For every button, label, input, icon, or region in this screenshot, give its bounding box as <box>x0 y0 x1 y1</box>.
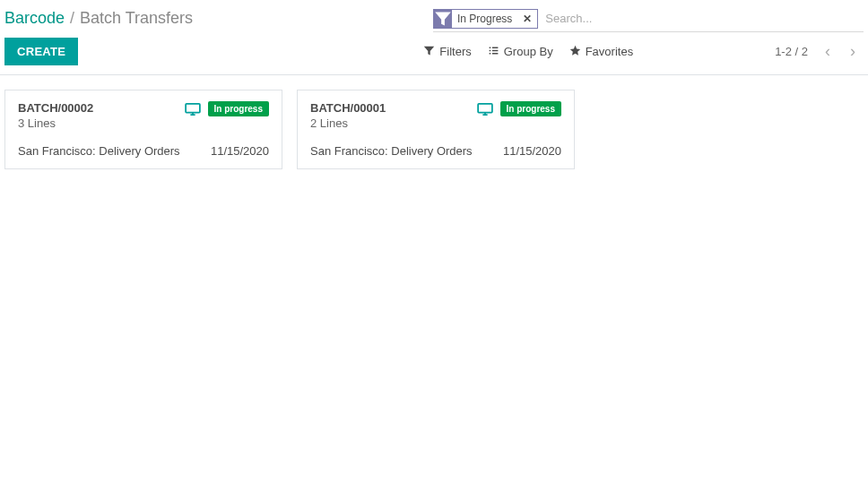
search-input[interactable] <box>538 8 864 29</box>
facet-label: In Progress <box>452 13 517 25</box>
paging: 1-2 / 2 ‹ › <box>775 41 864 63</box>
filters-button[interactable]: Filters <box>423 45 471 59</box>
kanban-card[interactable]: BATCH/00001 2 Lines In progress San Fran… <box>297 90 575 169</box>
status-badge: In progress <box>208 101 269 116</box>
monitor-icon <box>185 103 201 116</box>
list-icon <box>488 45 499 59</box>
favorites-button[interactable]: Favorites <box>569 45 633 59</box>
chevron-left-icon[interactable]: ‹ <box>817 41 838 63</box>
breadcrumb-separator: / <box>70 9 74 28</box>
paging-text: 1-2 / 2 <box>775 45 808 58</box>
card-date: 11/15/2020 <box>503 144 561 158</box>
search-facet: In Progress ✕ <box>433 9 538 29</box>
svg-rect-0 <box>186 103 200 112</box>
funnel-icon <box>434 10 452 28</box>
groupby-label: Group By <box>504 45 553 58</box>
chevron-right-icon[interactable]: › <box>842 41 864 63</box>
groupby-button[interactable]: Group By <box>488 45 553 59</box>
funnel-icon <box>423 45 435 59</box>
facet-remove-icon[interactable]: ✕ <box>517 13 537 25</box>
favorites-label: Favorites <box>586 45 633 58</box>
card-subtitle: 3 Lines <box>18 116 185 130</box>
star-icon <box>569 45 581 59</box>
breadcrumb-parent[interactable]: Barcode <box>4 9 65 28</box>
breadcrumb: Barcode / Batch Transfers <box>4 5 433 28</box>
card-title: BATCH/00002 <box>18 101 185 115</box>
card-title: BATCH/00001 <box>310 101 477 115</box>
card-date: 11/15/2020 <box>211 144 269 158</box>
kanban-board: BATCH/00002 3 Lines In progress San Fran… <box>0 75 868 184</box>
kanban-card[interactable]: BATCH/00002 3 Lines In progress San Fran… <box>4 90 282 169</box>
breadcrumb-current: Batch Transfers <box>80 9 193 28</box>
search-bar[interactable]: In Progress ✕ <box>433 5 864 32</box>
svg-rect-1 <box>478 103 492 112</box>
create-button[interactable]: CREATE <box>4 38 78 65</box>
filters-label: Filters <box>439 45 471 58</box>
monitor-icon <box>477 103 493 116</box>
card-location: San Francisco: Delivery Orders <box>310 144 473 158</box>
card-subtitle: 2 Lines <box>310 116 477 130</box>
card-location: San Francisco: Delivery Orders <box>18 144 180 158</box>
status-badge: In progress <box>500 101 561 116</box>
